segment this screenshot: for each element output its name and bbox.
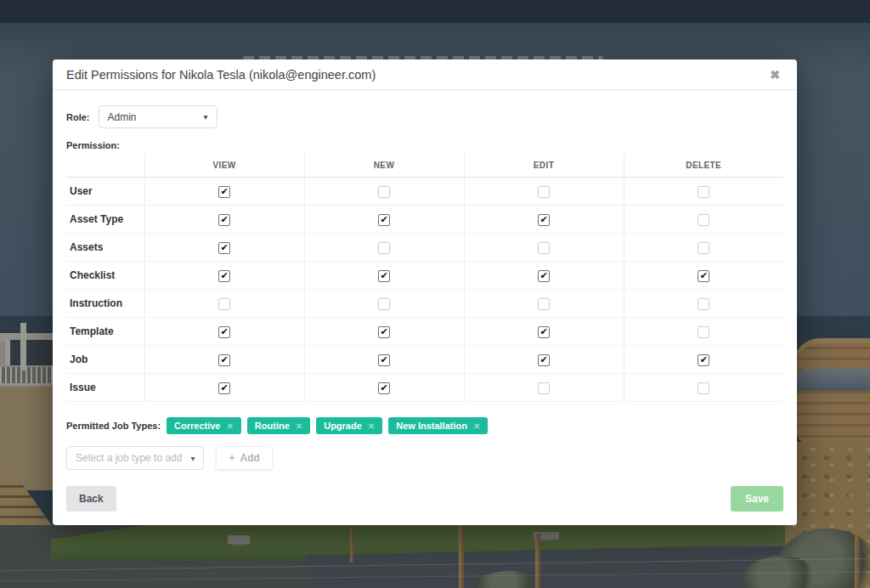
permission-label: Permission: [66, 140, 783, 150]
tag-remove-icon[interactable]: ✕ [368, 421, 375, 431]
permission-row-label: Assets [66, 234, 144, 262]
checkbox-checked[interactable]: ✔ [218, 326, 230, 338]
checkbox-unchecked[interactable] [698, 326, 709, 338]
checkbox-checked[interactable]: ✔ [378, 214, 390, 226]
permission-cell: ✔ [144, 262, 304, 290]
permission-cell [304, 234, 464, 262]
permission-cell [624, 206, 783, 234]
permission-cell: ✔ [464, 346, 624, 374]
checkbox-unchecked[interactable] [538, 242, 550, 254]
chevron-down-icon: ▾ [203, 112, 207, 122]
permission-cell: ✔ [144, 346, 304, 374]
job-type-tag-label: Upgrade [324, 421, 362, 431]
checkbox-checked[interactable]: ✔ [378, 326, 390, 338]
checkbox-checked[interactable]: ✔ [538, 354, 550, 366]
permission-cell: ✔ [144, 178, 304, 206]
permission-cell [304, 178, 464, 206]
permission-cell [624, 234, 783, 262]
checkbox-unchecked[interactable] [698, 242, 709, 254]
permission-row-label: Instruction [66, 290, 144, 318]
checkbox-unchecked[interactable] [378, 242, 390, 254]
job-type-tag[interactable]: Routine✕ [247, 417, 310, 434]
job-type-tag[interactable]: Upgrade✕ [316, 417, 382, 434]
permission-cell [464, 178, 624, 206]
permission-cell: ✔ [144, 318, 304, 346]
checkbox-unchecked[interactable] [378, 186, 390, 198]
checkbox-checked[interactable]: ✔ [378, 382, 390, 394]
tag-remove-icon[interactable]: ✕ [473, 421, 480, 431]
job-type-tags: Corrective✕Routine✕Upgrade✕New Installat… [167, 417, 488, 434]
permission-row: Instruction [66, 290, 783, 318]
job-type-tag-label: New Installation [396, 421, 467, 431]
checkbox-unchecked[interactable] [698, 186, 709, 198]
checkbox-checked[interactable]: ✔ [218, 242, 230, 254]
permission-row: Checklist✔✔✔✔ [66, 262, 783, 290]
save-button[interactable]: Save [731, 486, 783, 512]
permission-cell: ✔ [304, 318, 464, 346]
role-label: Role: [66, 112, 90, 122]
checkbox-unchecked[interactable] [698, 382, 709, 394]
job-type-select-placeholder: Select a job type to add [76, 452, 182, 464]
tag-remove-icon[interactable]: ✕ [226, 421, 233, 431]
permission-row-label: Checklist [66, 262, 144, 290]
column-header: VIEW [144, 154, 304, 178]
modal-title: Edit Permissions for Nikola Tesla (nikol… [66, 68, 376, 82]
permissions-header-row: VIEWNEWEDITDELETE [66, 154, 783, 178]
checkbox-unchecked[interactable] [538, 298, 550, 310]
permission-cell: ✔ [624, 346, 783, 374]
permission-cell [464, 374, 624, 402]
permission-cell [464, 234, 624, 262]
back-button[interactable]: Back [66, 486, 116, 512]
add-job-type-button[interactable]: + Add [216, 446, 272, 470]
checkbox-checked[interactable]: ✔ [698, 354, 709, 366]
column-header: DELETE [624, 154, 783, 178]
permission-row-label: Issue [66, 374, 144, 402]
permission-cell: ✔ [304, 374, 464, 402]
permission-row: Job✔✔✔✔ [66, 346, 783, 374]
checkbox-unchecked[interactable] [378, 298, 390, 310]
job-type-tag[interactable]: New Installation✕ [388, 417, 488, 434]
permission-cell [624, 318, 783, 346]
job-types-row: Permitted Job Types: Corrective✕Routine✕… [66, 417, 783, 434]
role-select[interactable]: Admin ▾ [99, 105, 218, 128]
permission-cell: ✔ [464, 262, 624, 290]
permissions-table: VIEWNEWEDITDELETE User✔Asset Type✔✔✔Asse… [66, 154, 783, 402]
chevron-down-icon: ▾ [190, 454, 195, 463]
checkbox-checked[interactable]: ✔ [218, 186, 230, 198]
checkbox-checked[interactable]: ✔ [538, 214, 550, 226]
checkbox-checked[interactable]: ✔ [378, 354, 390, 366]
checkbox-checked[interactable]: ✔ [538, 270, 550, 282]
row-label-column-header [66, 154, 144, 178]
checkbox-unchecked[interactable] [538, 382, 550, 394]
checkbox-checked[interactable]: ✔ [538, 326, 550, 338]
close-icon[interactable]: ✖ [766, 67, 783, 82]
permission-cell: ✔ [144, 234, 304, 262]
checkbox-checked[interactable]: ✔ [218, 270, 230, 282]
checkbox-unchecked[interactable] [698, 214, 709, 226]
tag-remove-icon[interactable]: ✕ [296, 421, 302, 431]
permission-row-label: Template [66, 318, 144, 346]
checkbox-checked[interactable]: ✔ [218, 214, 230, 226]
permission-row: Template✔✔✔ [66, 318, 783, 346]
role-row: Role: Admin ▾ [66, 105, 783, 128]
permission-cell: ✔ [144, 206, 304, 234]
job-type-tag-label: Corrective [174, 421, 220, 431]
permission-row-label: Asset Type [66, 206, 144, 234]
permission-cell: ✔ [144, 374, 304, 402]
checkbox-checked[interactable]: ✔ [698, 270, 709, 282]
permission-row: Issue✔✔ [66, 374, 783, 402]
permission-cell: ✔ [464, 206, 624, 234]
checkbox-unchecked[interactable] [538, 186, 550, 198]
column-header: NEW [304, 154, 464, 178]
checkbox-unchecked[interactable] [218, 298, 230, 310]
permission-cell: ✔ [464, 318, 624, 346]
permission-cell [624, 374, 783, 402]
job-type-tag[interactable]: Corrective✕ [167, 417, 241, 434]
checkbox-checked[interactable]: ✔ [378, 270, 390, 282]
job-type-select[interactable]: Select a job type to add ▾ [66, 446, 204, 470]
checkbox-checked[interactable]: ✔ [218, 354, 230, 366]
permission-row: Assets✔ [66, 234, 783, 262]
checkbox-checked[interactable]: ✔ [218, 382, 230, 394]
permission-row: User✔ [66, 178, 783, 206]
checkbox-unchecked[interactable] [698, 298, 709, 310]
